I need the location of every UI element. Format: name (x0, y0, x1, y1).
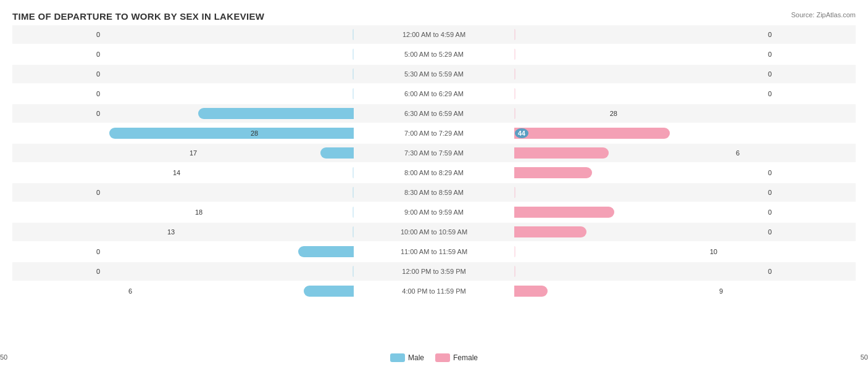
bar-male (353, 49, 354, 60)
bar-male (353, 167, 354, 178)
bar-female (514, 49, 515, 60)
row-label: 11:00 AM to 11:59 AM (401, 248, 467, 255)
row-label: 7:30 AM to 7:59 AM (404, 149, 464, 157)
axis-labels: 50 50 (0, 353, 868, 361)
chart-row: 6:00 AM to 6:29 AM00 (12, 85, 856, 103)
val-female: 0 (96, 110, 100, 117)
row-label: 8:00 AM to 8:29 AM (404, 169, 464, 176)
bar-male (353, 266, 354, 277)
chart-row: 11:00 AM to 11:59 AM100 (12, 242, 856, 261)
bar-male (353, 88, 354, 99)
bar-male (353, 187, 354, 198)
bar-female (514, 226, 586, 237)
bar-male (198, 108, 354, 119)
bar-male (353, 207, 354, 218)
row-label: 7:00 AM to 7:29 AM (404, 130, 464, 137)
row-label: 6:00 AM to 6:29 AM (404, 90, 464, 97)
row-label: 8:30 AM to 8:59 AM (404, 189, 464, 196)
val-female: 0 (96, 248, 100, 255)
chart-row: 6:30 AM to 6:59 AM280 (12, 104, 856, 123)
row-label: 5:30 AM to 5:59 AM (404, 70, 464, 78)
row-label: 10:00 AM to 10:59 AM (401, 228, 467, 236)
val-female: 0 (96, 268, 100, 275)
chart-title: TIME OF DEPARTURE TO WORK BY SEX IN LAKE… (12, 11, 856, 22)
chart-row: 12:00 AM to 4:59 AM00 (12, 25, 856, 44)
bar-female (514, 246, 515, 257)
bar-male (298, 246, 354, 257)
val-male: 0 (768, 31, 772, 38)
bar-female (514, 88, 515, 99)
chart-row: 5:00 AM to 5:29 AM00 (12, 45, 856, 64)
val-female: 28 (251, 130, 258, 137)
row-label: 9:00 AM to 9:59 AM (404, 208, 464, 216)
val-female: 0 (96, 189, 100, 196)
val-male: 0 (768, 169, 772, 176)
bar-female (514, 286, 548, 297)
bar-male (304, 286, 354, 297)
bar-female (514, 187, 515, 198)
chart-row: 4:00 PM to 11:59 PM96 (12, 282, 856, 300)
source-label: Source: ZipAtlas.com (791, 11, 856, 19)
row-label: 12:00 PM to 3:59 PM (402, 268, 465, 275)
val-female: 0 (96, 70, 100, 78)
bar-female (514, 207, 614, 218)
val-female: 0 (96, 31, 100, 38)
chart-row: 5:30 AM to 5:59 AM00 (12, 65, 856, 83)
bar-female (514, 68, 515, 80)
bar-female (514, 266, 515, 277)
val-male: 0 (768, 189, 772, 196)
val-male: 0 (768, 208, 772, 216)
val-female: 0 (96, 90, 100, 97)
chart-row: 8:00 AM to 8:29 AM014 (12, 163, 856, 182)
bar-female (514, 128, 670, 139)
val-female: 0 (96, 51, 100, 58)
chart-area: 12:00 AM to 4:59 AM005:00 AM to 5:29 AM0… (12, 25, 856, 320)
val-male: 28 (610, 110, 617, 117)
chart-row: 8:30 AM to 8:59 AM00 (12, 183, 856, 202)
bar-female (514, 108, 515, 119)
chart-row: 10:00 AM to 10:59 AM013 (12, 223, 856, 241)
val-female: 6 (128, 287, 132, 295)
chart-row: 7:00 AM to 7:29 AM4428 (12, 124, 856, 142)
bar-male (353, 226, 354, 237)
val-male: 0 (768, 51, 772, 58)
val-female: 14 (173, 169, 180, 176)
bar-female (514, 29, 515, 40)
val-male: 9 (719, 287, 723, 295)
val-female: 13 (167, 228, 175, 236)
bar-male (353, 29, 354, 40)
val-female: 17 (190, 149, 197, 157)
chart-container: TIME OF DEPARTURE TO WORK BY SEX IN LAKE… (0, 0, 868, 367)
row-label: 5:00 AM to 5:29 AM (404, 51, 464, 58)
val-male: 0 (768, 268, 772, 275)
row-label: 6:30 AM to 6:59 AM (404, 110, 464, 117)
chart-row: 9:00 AM to 9:59 AM018 (12, 203, 856, 221)
chart-row: 12:00 PM to 3:59 PM00 (12, 262, 856, 281)
val-male: 0 (768, 228, 772, 236)
bar-male (109, 128, 354, 139)
chart-row: 7:30 AM to 7:59 AM617 (12, 144, 856, 162)
val-male: 10 (710, 248, 717, 255)
bar-female (514, 167, 592, 178)
bar-female (514, 147, 609, 159)
axis-right: 50 (861, 353, 868, 361)
val-female: 18 (195, 208, 202, 216)
axis-left: 50 (0, 353, 7, 361)
val-male: 0 (768, 70, 772, 78)
row-label: 4:00 PM to 11:59 PM (402, 287, 465, 295)
bar-male (353, 68, 354, 80)
val-male: 6 (736, 149, 740, 157)
val-male: 0 (768, 90, 772, 97)
bar-male (320, 147, 354, 159)
row-label: 12:00 AM to 4:59 AM (403, 31, 465, 38)
